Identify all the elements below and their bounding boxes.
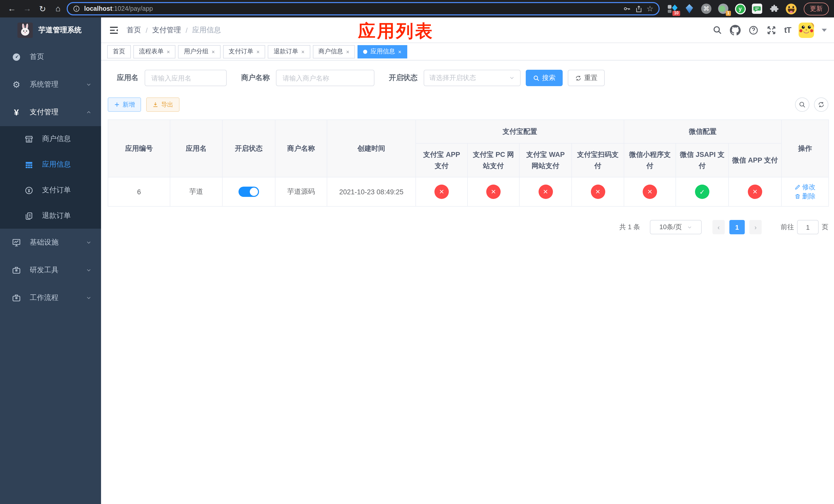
sidebar-item-merchant-info[interactable]: 商户信息 — [0, 126, 101, 152]
sidebar-item-system[interactable]: ⚙ 系统管理 — [0, 71, 101, 98]
tab-process-form[interactable]: 流程表单 × — [133, 45, 176, 58]
extension-y-icon[interactable]: y — [734, 3, 746, 14]
next-page-button[interactable]: › — [749, 220, 762, 234]
profile-emoji-avatar[interactable] — [785, 3, 796, 14]
extension-kite-icon[interactable] — [684, 3, 695, 14]
wx-jsapi-status-icon — [695, 185, 709, 199]
wx-app-status-icon — [748, 185, 762, 199]
reset-button[interactable]: 重置 — [568, 70, 605, 86]
sidebar-item-refund-order[interactable]: 退款订单 — [0, 203, 101, 229]
tab-user-group[interactable]: 用户分组 × — [178, 45, 221, 58]
extension-chat-icon[interactable] — [751, 3, 763, 14]
sidebar-item-pay-order[interactable]: 支付订单 — [0, 177, 101, 203]
status-select[interactable]: 请选择开启状态 — [424, 70, 521, 86]
breadcrumb-home[interactable]: 首页 — [127, 25, 141, 35]
toggle-search-button[interactable] — [795, 97, 809, 112]
sidebar-collapse-icon[interactable] — [104, 20, 124, 40]
avatar-caret-icon[interactable] — [822, 28, 827, 31]
tab-close-icon[interactable]: × — [398, 48, 401, 54]
export-button[interactable]: 导出 — [146, 97, 179, 112]
cell-app-id: 6 — [108, 177, 170, 206]
sidebar-item-label: 工作流程 — [30, 293, 59, 302]
browser-forward-button[interactable]: → — [21, 2, 34, 15]
site-info-icon[interactable] — [73, 5, 80, 12]
app-logo-rabbit — [18, 23, 33, 38]
password-key-icon[interactable] — [622, 5, 631, 13]
sidebar-item-infrastructure[interactable]: 基础设施 — [0, 229, 101, 256]
tab-close-icon[interactable]: × — [212, 48, 215, 54]
chrome-menu-icon[interactable]: ⋮ — [832, 4, 834, 13]
help-icon[interactable] — [748, 25, 759, 35]
page-size-select[interactable]: 10条/页 — [650, 220, 702, 234]
prev-page-button[interactable]: ‹ — [712, 220, 725, 234]
bookmark-star-icon[interactable]: ☆ — [646, 4, 654, 13]
tab-label: 首页 — [113, 47, 125, 56]
breadcrumb-current: 应用信息 — [192, 25, 221, 35]
user-avatar[interactable] — [798, 22, 814, 38]
alipay-pc-status-icon — [486, 185, 501, 199]
app-name-label: 应用名 — [117, 73, 138, 83]
address-bar[interactable]: localhost:1024/pay/app ☆ — [67, 2, 660, 15]
app-name-input[interactable] — [145, 70, 227, 86]
tab-merchant-info[interactable]: 商户信息 × — [313, 45, 355, 58]
yen-circle-icon — [23, 186, 35, 194]
cell-ops: 修改 删除 — [782, 177, 829, 206]
search-button[interactable]: 搜索 — [526, 70, 563, 86]
merchant-name-input[interactable] — [276, 70, 374, 86]
navbar-actions: tT — [712, 22, 827, 38]
chrome-update-button[interactable]: 更新 — [804, 2, 829, 15]
tab-label: 退款订单 — [273, 47, 298, 56]
tab-refund-order[interactable]: 退款订单 × — [268, 45, 310, 58]
tab-label: 商户信息 — [319, 47, 343, 56]
share-icon[interactable] — [635, 5, 642, 13]
table-toolbar: 新增 导出 — [108, 97, 828, 112]
sidebar-item-workflow[interactable]: 工作流程 — [0, 284, 101, 312]
alipay-qr-status-icon — [591, 185, 605, 199]
pagination-total: 共 1 条 — [619, 223, 640, 232]
extensions-puzzle-icon[interactable] — [768, 3, 780, 14]
tab-close-icon[interactable]: × — [167, 48, 170, 54]
col-header-wx-jsapi: 微信 JSAPI 支付 — [676, 143, 729, 177]
tab-close-icon[interactable]: × — [346, 48, 350, 54]
status-toggle[interactable] — [239, 187, 259, 197]
sidebar-item-home[interactable]: 首页 — [0, 43, 101, 71]
extension-target-icon[interactable]: 1 — [718, 3, 729, 14]
header-search-icon[interactable] — [712, 25, 722, 35]
delete-link[interactable]: 删除 — [794, 192, 815, 201]
browser-back-button[interactable]: ← — [5, 2, 19, 15]
extension-tiles-icon[interactable]: 10 — [667, 3, 678, 14]
chevron-down-icon — [509, 75, 515, 81]
breadcrumb-separator: / — [146, 26, 148, 34]
command-glyph: ⌘ — [703, 5, 709, 12]
breadcrumb-payment[interactable]: 支付管理 — [152, 25, 181, 35]
edit-link[interactable]: 修改 — [794, 183, 815, 192]
gear-icon: ⚙ — [11, 80, 22, 89]
tab-close-icon[interactable]: × — [301, 48, 305, 54]
add-button[interactable]: 新增 — [108, 97, 141, 112]
goto-page-input[interactable] — [797, 220, 819, 234]
search-icon — [533, 75, 540, 81]
sidebar-item-label: 系统管理 — [30, 80, 59, 89]
search-button-label: 搜索 — [542, 73, 555, 83]
col-header-app-id: 应用编号 — [108, 120, 170, 177]
fullscreen-icon[interactable] — [766, 25, 776, 35]
tab-pay-order[interactable]: 支付订单 × — [223, 45, 265, 58]
browser-home-button[interactable]: ⌂ — [51, 2, 65, 15]
chevron-down-icon — [86, 295, 92, 301]
tab-close-icon[interactable]: × — [257, 48, 260, 54]
goto-page-unit: 页 — [822, 223, 828, 232]
sidebar-item-dev-tools[interactable]: 研发工具 — [0, 256, 101, 284]
page-number-button[interactable]: 1 — [729, 220, 745, 234]
sidebar-item-payment[interactable]: ¥ 支付管理 — [0, 98, 101, 126]
refresh-table-button[interactable] — [814, 97, 828, 112]
tab-app-info[interactable]: 应用信息 × — [357, 45, 407, 58]
extension-badge: 10 — [673, 11, 680, 16]
browser-reload-button[interactable]: ↻ — [36, 2, 49, 15]
sidebar-item-app-info[interactable]: 应用信息 — [0, 152, 101, 177]
font-size-icon[interactable]: tT — [784, 25, 791, 35]
sidebar-item-label: 应用信息 — [42, 160, 71, 169]
tab-home[interactable]: 首页 — [107, 45, 131, 58]
chevron-down-icon — [686, 224, 692, 230]
extension-command-icon[interactable]: ⌘ — [701, 3, 712, 14]
github-icon[interactable] — [730, 25, 741, 36]
